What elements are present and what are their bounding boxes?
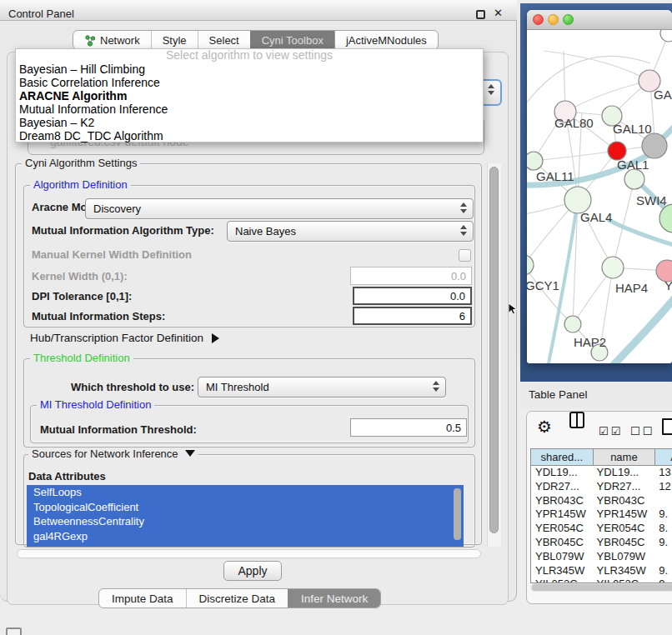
list-scrollbar[interactable]	[454, 488, 461, 540]
sources-title[interactable]: Sources for Network Inference	[28, 448, 198, 460]
apply-button[interactable]: Apply	[223, 561, 282, 581]
select-all-checks-icon[interactable]: ☑☑	[599, 425, 623, 438]
table-row[interactable]: YER054CYER054C8.	[531, 522, 672, 536]
tab-style[interactable]: Style	[151, 31, 198, 49]
collapse-down-icon	[185, 450, 195, 457]
document-icon[interactable]	[662, 418, 672, 435]
table-hscrollbar-thumb[interactable]	[532, 584, 672, 591]
node-label-gal11: GAL11	[536, 169, 574, 183]
hub-definition-expander[interactable]: Hub/Transcription Factor Definition	[30, 332, 219, 344]
table-row[interactable]: YLR345WYLR345W9.	[531, 564, 672, 578]
dropdown-item-bayesian-k2[interactable]: Bayesian – K2	[16, 116, 483, 129]
expand-right-icon	[212, 333, 219, 343]
close-icon[interactable]: ✕	[494, 7, 503, 19]
table-cell: YIL052C	[531, 578, 593, 583]
tab-select[interactable]: Select	[198, 31, 250, 49]
node-label-gal: GAL	[654, 88, 672, 102]
network-view-window[interactable]: GALGAL80GAL10GAL1SWI4GAL11GAL4GCY1HAP4YH…	[527, 10, 672, 363]
docked-panel-icon[interactable]	[6, 628, 22, 635]
table-row[interactable]: YBR043CYBR043C	[531, 494, 672, 508]
table-row[interactable]: YPR145WYPR145W9.	[531, 508, 672, 522]
table-row[interactable]: YBR045CYBR045C9.	[531, 536, 672, 550]
table-cell: YBL079W	[593, 550, 655, 564]
stepper-icon	[460, 225, 467, 236]
network-edge	[527, 56, 650, 109]
data-attributes-list: SelfLoopsTopologicalCoefficientBetweenne…	[27, 485, 464, 547]
manual-kernel-checkbox[interactable]	[459, 249, 471, 262]
mac-close-icon[interactable]	[533, 14, 544, 25]
table-cell	[654, 550, 672, 564]
dropdown-item-mutual-information-inference[interactable]: Mutual Information Inference	[16, 102, 483, 116]
attribute-item-topologicalcoefficient[interactable]: TopologicalCoefficient	[27, 500, 464, 515]
table-cell: YDL19...	[531, 466, 593, 480]
mi-type-label: Mutual Information Algorithm Type:	[32, 224, 214, 237]
node-label-gcy1: GCY1	[527, 278, 559, 292]
column-header-shared[interactable]: shared...	[531, 449, 593, 465]
mac-zoom-icon[interactable]	[563, 14, 574, 25]
algorithm-definition-title: Algorithm Definition	[30, 179, 131, 191]
control-panel-titlebar	[0, 0, 517, 21]
table-cell: YLR345W	[593, 564, 655, 578]
tab-discretize-data[interactable]: Discretize Data	[186, 589, 288, 608]
which-threshold-select[interactable]: MI Threshold	[198, 377, 446, 398]
attribute-item-gal4rgexp[interactable]: gal4RGexp	[27, 529, 464, 544]
mi-type-select[interactable]: Naive Bayes	[227, 221, 474, 242]
node-gal11[interactable]	[527, 152, 543, 170]
aracne-mode-value: Discovery	[93, 202, 141, 215]
mouse-cursor	[509, 303, 519, 316]
dropdown-item-basic-correlation-inference[interactable]: Basic Correlation Inference	[16, 76, 483, 89]
mi-type-value: Naive Bayes	[235, 225, 296, 238]
aracne-mode-select[interactable]: Discovery	[85, 198, 474, 219]
deselect-all-checks-icon[interactable]: ☐☐	[630, 425, 654, 438]
table-panel-inner: ⚙ ☑☑ ☐☐ shared...nameAYDL19...YDL19...13…	[526, 411, 672, 604]
column-header-name[interactable]: name	[593, 449, 655, 465]
network-edge-thick	[609, 293, 672, 363]
cyni-settings-title: Cyni Algorithm Settings	[22, 158, 140, 169]
table-cell: YDR27...	[593, 480, 655, 494]
dropdown-item-aracne-algorithm[interactable]: ARACNE Algorithm	[16, 89, 483, 102]
which-threshold-label: Which threshold to use:	[71, 381, 194, 393]
tab-impute-data[interactable]: Impute Data	[99, 589, 186, 608]
table-row[interactable]: YIL052CYIL052C9.	[531, 578, 672, 583]
dropdown-item-dream8-dc-tdc-algorithm[interactable]: Dream8 DC_TDC Algorithm	[16, 129, 483, 142]
table-cell: YER054C	[531, 522, 593, 536]
gear-icon[interactable]: ⚙	[537, 417, 552, 437]
node-swi4[interactable]	[624, 169, 644, 189]
attribute-item-selfloops[interactable]: SelfLoops	[27, 485, 464, 500]
node-hap2[interactable]	[564, 316, 581, 332]
settings-hscrollbar-track[interactable]	[17, 549, 481, 558]
node-hap4[interactable]	[602, 257, 624, 278]
manual-kernel-label: Manual Kernel Width Definition	[32, 248, 192, 261]
panel-title: Control Panel	[8, 8, 74, 20]
table-row[interactable]: YDR27...YDR27...12	[531, 480, 672, 494]
kernel-width-input[interactable]	[350, 267, 472, 285]
mac-minimize-icon[interactable]	[548, 14, 559, 25]
tab-network[interactable]: Network	[73, 31, 151, 49]
network-graph[interactable]: GALGAL80GAL10GAL1SWI4GAL11GAL4GCY1HAP4YH…	[527, 30, 672, 363]
node-gray[interactable]	[642, 133, 667, 158]
table-cell: YLR345W	[531, 564, 593, 578]
tab-infer-network[interactable]: Infer Network	[288, 589, 380, 608]
node-partial-top[interactable]	[660, 30, 672, 42]
dpi-tolerance-input[interactable]	[353, 287, 472, 305]
attribute-item-betweennesscentrality[interactable]: BetweennessCentrality	[27, 514, 464, 529]
tab-cyni-toolbox[interactable]: Cyni Toolbox	[250, 31, 334, 49]
dropdown-item-bayesian-hill-climbing[interactable]: Bayesian – Hill Climbing	[16, 62, 483, 76]
table-row[interactable]: YDL19...YDL19...13	[531, 466, 672, 480]
settings-scrollbar-thumb[interactable]	[489, 167, 499, 533]
mi-steps-input[interactable]	[353, 307, 472, 325]
float-window-icon[interactable]	[476, 10, 485, 19]
node-label-gal80: GAL80	[554, 116, 594, 130]
table-hscrollbar-track[interactable]	[530, 583, 672, 592]
tab-jactivemnodules[interactable]: jActiveMNodules	[334, 31, 438, 49]
mi-threshold-label: Mutual Information Threshold:	[40, 423, 197, 436]
column-header-a[interactable]: A	[654, 449, 672, 465]
table-cell: YDR27...	[531, 480, 593, 494]
table-cell: 8.	[654, 522, 672, 536]
table-row[interactable]: YBL079WYBL079W	[531, 550, 672, 564]
columns-icon[interactable]	[569, 412, 584, 428]
node-big-green[interactable]	[659, 204, 672, 232]
mi-threshold-input[interactable]	[350, 418, 467, 437]
table-cell: YBR045C	[531, 536, 593, 550]
node-gcy1[interactable]	[527, 255, 534, 275]
